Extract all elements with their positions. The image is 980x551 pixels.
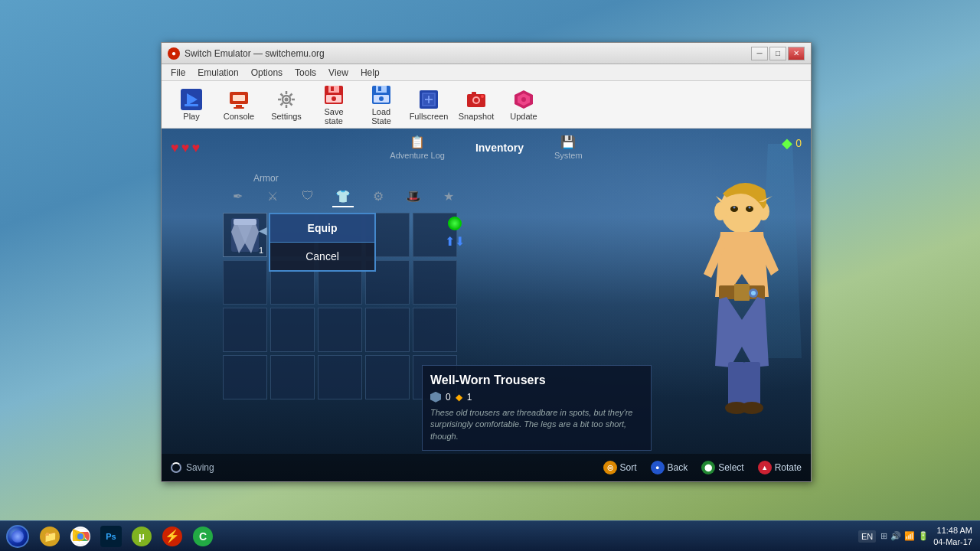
save-state-button[interactable]: Save state <box>312 84 356 126</box>
menu-file[interactable]: File <box>165 66 191 80</box>
svg-point-58 <box>751 291 756 295</box>
update-icon <box>513 89 534 110</box>
inv-cell-3-3[interactable] <box>365 355 410 399</box>
cat-bow[interactable]: ⚔ <box>262 186 283 207</box>
cat-armor[interactable]: 👕 <box>332 186 354 207</box>
svg-line-15 <box>290 93 292 96</box>
curve-icon: C <box>193 527 213 546</box>
adventure-log-tab[interactable]: 📋 Adventure Log <box>390 135 445 160</box>
select-btn-icon: ⬤ <box>701 461 715 474</box>
taskbar-files[interactable]: 📁 <box>35 523 64 550</box>
menu-help[interactable]: Help <box>354 66 386 80</box>
inv-cell-2-4[interactable] <box>413 308 457 352</box>
windows-orb-inner <box>11 530 24 543</box>
menu-emulation[interactable]: Emulation <box>191 66 244 80</box>
snapshot-button[interactable]: Snapshot <box>454 84 498 126</box>
armor-label: Armor <box>253 173 279 184</box>
svg-rect-4 <box>233 95 245 101</box>
update-button[interactable]: Update <box>501 84 546 126</box>
inventory-title: Inventory <box>475 142 524 154</box>
inv-cell-3-0[interactable] <box>223 355 267 399</box>
svg-rect-49 <box>728 362 745 408</box>
tray-icon-3: 📶 <box>904 531 915 541</box>
taskbar-utorrent[interactable]: μ <box>127 523 156 550</box>
close-button[interactable]: ✕ <box>788 47 805 60</box>
select-label: Select <box>718 462 743 473</box>
cat-star[interactable]: ★ <box>438 186 459 207</box>
modifier-value: 1 <box>467 392 472 403</box>
svg-point-21 <box>332 96 336 101</box>
adventure-log-icon: 📋 <box>410 135 425 149</box>
svg-point-34 <box>474 98 479 103</box>
svg-line-14 <box>290 103 292 105</box>
app-icon: ● <box>168 47 180 60</box>
item-count-0-0: 1 <box>259 246 263 255</box>
load-state-label: Load State <box>362 107 400 126</box>
saving-indicator: Saving <box>171 462 214 473</box>
snapshot-label: Snapshot <box>459 112 494 121</box>
taskbar-apps: 📁 Ps μ ⚡ C <box>35 523 854 550</box>
minimize-button[interactable]: ─ <box>751 47 768 60</box>
menu-tools[interactable]: Tools <box>289 66 322 80</box>
taskbar-photoshop[interactable]: Ps <box>96 523 126 550</box>
settings-button[interactable]: Settings <box>264 84 309 126</box>
inv-cell-3-2[interactable] <box>318 355 362 399</box>
console-icon <box>228 89 250 110</box>
inv-cell-3-1[interactable] <box>270 355 315 399</box>
menu-view[interactable]: View <box>322 66 354 80</box>
rupee-count: 0 <box>795 137 802 149</box>
svg-rect-2 <box>185 104 198 106</box>
inv-cell-2-3[interactable] <box>365 308 410 352</box>
svg-point-43 <box>714 202 727 220</box>
svg-point-52 <box>740 402 763 414</box>
inv-cell-2-0[interactable] <box>223 308 267 352</box>
inv-cell-1-0[interactable] <box>223 260 267 305</box>
item-description-text: These old trousers are threadbare in spo… <box>430 407 643 442</box>
play-label: Play <box>183 112 199 121</box>
save-state-icon <box>323 84 345 106</box>
snapshot-icon <box>466 89 487 110</box>
console-label: Console <box>224 112 254 121</box>
rotate-control: ▲ Rotate <box>758 461 802 474</box>
inv-cell-2-1[interactable] <box>270 308 315 352</box>
clock: 11:48 AM 04-Mar-17 <box>933 525 972 547</box>
svg-rect-24 <box>378 86 381 91</box>
load-state-button[interactable]: Load State <box>359 84 403 126</box>
inventory-header: 📋 Adventure Log Inventory 💾 System <box>390 135 582 160</box>
svg-rect-41 <box>234 219 256 225</box>
fullscreen-button[interactable]: Fullscreen <box>407 84 451 126</box>
inv-cell-1-4[interactable] <box>413 260 457 305</box>
cat-weapon[interactable]: ✒ <box>227 186 248 207</box>
sort-control: ◎ Sort <box>603 461 637 474</box>
play-button[interactable]: Play <box>169 84 214 126</box>
saving-text: Saving <box>186 462 214 473</box>
compass-area: ⬆⬇ <box>445 217 465 249</box>
settings-label: Settings <box>271 112 302 121</box>
taskbar-flashpoint[interactable]: ⚡ <box>158 523 187 550</box>
start-button[interactable] <box>3 523 32 550</box>
system-tab[interactable]: 💾 System <box>554 135 583 160</box>
settings-icon <box>276 89 297 110</box>
inv-cell-2-2[interactable] <box>318 308 362 352</box>
menu-options[interactable]: Options <box>245 66 289 80</box>
cat-gear[interactable]: ⚙ <box>368 186 389 207</box>
svg-rect-6 <box>234 107 244 109</box>
window-title: Switch Emulator — switchemu.org <box>185 48 751 59</box>
cat-shield[interactable]: 🛡 <box>297 186 318 207</box>
equip-button[interactable]: Equip <box>270 214 374 243</box>
console-button[interactable]: Console <box>217 84 261 126</box>
clock-date: 04-Mar-17 <box>933 536 972 547</box>
toolbar: Play Console <box>162 81 811 129</box>
adventure-log-label: Adventure Log <box>390 151 445 160</box>
cat-hat[interactable]: 🎩 <box>403 186 424 207</box>
taskbar-chrome[interactable] <box>66 523 95 550</box>
game-area: ♥ ♥ ♥ 📋 Adventure Log Inventory 💾 System… <box>162 129 811 481</box>
maximize-button[interactable]: □ <box>769 47 786 60</box>
cancel-button[interactable]: Cancel <box>270 243 374 270</box>
svg-point-26 <box>379 96 384 101</box>
item-name: Well-Worn Trousers <box>430 373 643 387</box>
bottom-controls: ◎ Sort ● Back ⬤ Select ▲ Rotate <box>603 461 802 474</box>
svg-rect-48 <box>734 284 750 301</box>
armor-section: Armor ✒ ⚔ 🛡 👕 ⚙ 🎩 ★ <box>162 167 811 481</box>
taskbar-curve[interactable]: C <box>188 523 217 550</box>
